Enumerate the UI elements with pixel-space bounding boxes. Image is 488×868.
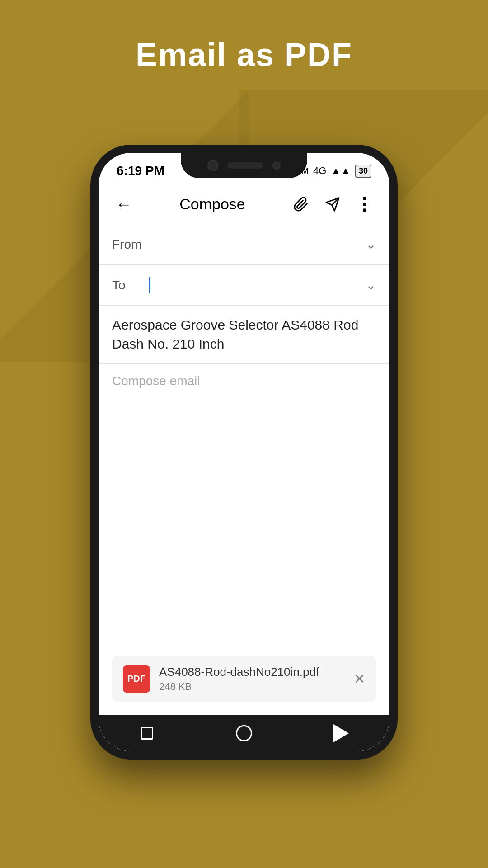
nav-square-button[interactable] <box>136 722 158 745</box>
nav-home-button[interactable] <box>233 722 255 745</box>
attachment-size: 248 KB <box>159 681 345 693</box>
status-time: 6:19 PM <box>117 164 164 178</box>
subject-row[interactable]: Aerospace Groove Selector AS4088 Rod Das… <box>99 306 389 364</box>
attachment-close-button[interactable]: ✕ <box>354 671 365 687</box>
back-button[interactable]: ← <box>112 193 136 216</box>
subject-text: Aerospace Groove Selector AS4088 Rod Das… <box>112 316 376 354</box>
text-cursor <box>149 277 150 293</box>
app-bar-title: Compose <box>136 195 289 213</box>
more-button[interactable]: ⋮ <box>352 193 376 216</box>
from-input[interactable] <box>148 237 366 252</box>
attach-button[interactable] <box>289 193 313 216</box>
compose-body[interactable]: Compose email <box>99 364 389 649</box>
nav-square-icon <box>141 727 153 740</box>
bottom-nav <box>99 715 389 751</box>
phone-mockup: 6:19 PM ✱ SIM 4G ▲▲ 30 ← Compose <box>90 145 398 760</box>
back-arrow-icon: ← <box>116 195 132 214</box>
from-label: From <box>112 237 148 252</box>
nav-triangle-icon <box>333 724 349 742</box>
from-field-row[interactable]: From ⌄ <box>99 224 389 265</box>
app-bar-actions: ⋮ <box>289 193 376 216</box>
send-button[interactable] <box>321 193 344 216</box>
attachment-area: PDF AS4088-Rod-dashNo210in.pdf 248 KB ✕ <box>99 649 389 715</box>
attachment-filename: AS4088-Rod-dashNo210in.pdf <box>159 665 345 679</box>
app-bar: ← Compose <box>99 184 389 224</box>
nav-back-button[interactable] <box>330 722 352 745</box>
attachment-card: PDF AS4088-Rod-dashNo210in.pdf 248 KB ✕ <box>112 656 376 702</box>
to-label: To <box>112 278 148 292</box>
battery-icon: 30 <box>355 165 371 178</box>
notch-camera-right <box>272 161 281 170</box>
pdf-icon: PDF <box>123 665 150 693</box>
to-chevron-icon[interactable]: ⌄ <box>366 278 376 292</box>
phone-shell: 6:19 PM ✱ SIM 4G ▲▲ 30 ← Compose <box>90 145 398 760</box>
wifi-icon: ▲▲ <box>331 165 351 177</box>
from-chevron-icon[interactable]: ⌄ <box>366 237 376 252</box>
email-form: From ⌄ To ⌄ Aerospace Groove Selector AS… <box>99 224 389 715</box>
more-icon: ⋮ <box>356 194 373 214</box>
phone-screen: 6:19 PM ✱ SIM 4G ▲▲ 30 ← Compose <box>99 153 389 751</box>
to-field-row[interactable]: To ⌄ <box>99 265 389 306</box>
attachment-info: AS4088-Rod-dashNo210in.pdf 248 KB <box>159 665 345 693</box>
signal-icon: 4G <box>313 165 326 177</box>
page-title: Email as PDF <box>0 36 488 73</box>
notch-speaker <box>227 162 263 169</box>
nav-circle-icon <box>236 725 252 741</box>
phone-notch <box>181 153 307 178</box>
notch-camera-left <box>207 160 218 171</box>
compose-placeholder: Compose email <box>112 374 200 388</box>
